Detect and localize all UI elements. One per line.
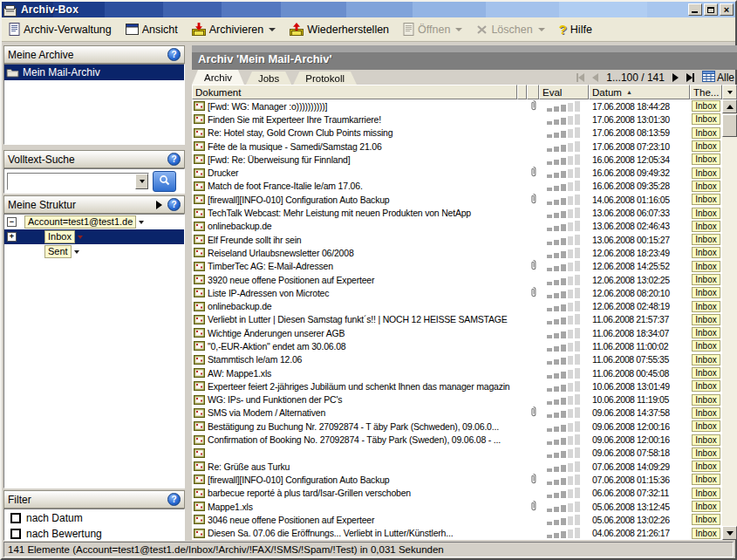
table-row[interactable]: onlinebackup.de13.06.2008 02:46:43Inbox [192,220,722,233]
table-row[interactable]: 09.06.2008 07:58:18Inbox [192,447,722,460]
column-header-datum[interactable]: Datum▲ [589,85,690,99]
tab-archiv[interactable]: Archiv [192,70,244,85]
table-row[interactable]: [Fwd: WG: Manager :o))))))))))]17.06.200… [192,99,722,113]
table-row[interactable]: Liste IP-Adressen von Microtec12.06.2008… [192,286,722,299]
theme-cell: Inbox [690,394,722,406]
toolbar-button-ansicht[interactable]: Ansicht [126,24,178,36]
table-row[interactable]: "0,-EUR-Aktion" endet am 30.06.0811.06.2… [192,339,722,352]
column-header-dokument[interactable]: Dokument [192,85,517,99]
document-subject: Mappe1.xls [208,502,253,512]
column-header-flag[interactable] [517,85,527,99]
table-row[interactable]: WG: IPs- und Funktionen der PC's10.06.20… [192,393,722,406]
title-bar[interactable]: Archiv-Box × [2,2,735,17]
help-icon[interactable]: ? [167,48,181,61]
table-row[interactable]: [firewall][INFO-010] Configuration Auto … [192,473,722,486]
table-row[interactable]: Re: Hotel stay, Gold Crown Club Points m… [192,126,722,140]
fulltext-search-input[interactable] [8,174,135,189]
table-row[interactable]: Reiseland Urlaubsnewsletter 06/200812.06… [192,246,722,259]
table-row[interactable]: Mappe1.xls05.06.2008 13:12:45Inbox [192,500,722,513]
toolbar-button-wiederherstellen[interactable]: Wiederherstellen [290,23,389,36]
minimize-button[interactable] [688,3,702,16]
help-icon[interactable]: ? [167,153,181,166]
column-header-attachment[interactable] [527,85,539,99]
table-row[interactable]: TechTalk Webcast: Mehr Leistung mit neue… [192,206,722,219]
table-row[interactable]: 3046 neue offene Positionen auf Expertee… [192,513,722,526]
table-row[interactable]: Diesen Sa. 07.06 die Eröffnungs... Verli… [192,527,722,540]
column-chooser-button[interactable] [722,85,737,99]
table-row[interactable]: Finden Sie mit Experteer Ihre Traumkarri… [192,113,722,126]
collapse-icon[interactable]: − [7,217,17,227]
document-cell: Drucker [192,167,517,178]
tree-item-inbox[interactable]: +Inbox [4,229,184,244]
last-page-button[interactable] [686,73,694,82]
maximize-button[interactable] [704,3,718,16]
table-row[interactable]: Wichtige Änderungen unserer AGB11.06.200… [192,326,722,339]
vertical-scrollbar[interactable] [722,99,737,540]
help-icon[interactable]: ? [167,493,181,506]
scroll-down-button[interactable] [722,526,737,540]
table-row[interactable]: 3920 neue offene Positionen auf Expertee… [192,273,722,286]
toolbar-button-archivieren[interactable]: Archivieren [192,23,276,36]
tree-item-label[interactable]: Inbox [44,230,75,243]
scrollbar-thumb[interactable] [722,114,737,137]
chevron-down-icon[interactable] [139,221,144,224]
eval-cell [539,354,589,365]
tree-item-label[interactable]: Account=test1@test1.de [24,215,136,229]
toolbar-button-archiv-verwaltung[interactable]: Archiv-Verwaltung [9,23,112,36]
date-cell: 13.06.2008 06:07:33 [589,208,690,218]
prev-page-button[interactable] [592,73,598,82]
document-cell: "0,-EUR-Aktion" endet am 30.06.08 [192,341,517,352]
search-button[interactable] [153,171,176,192]
toolbar-button-hilfe[interactable]: ?Hilfe [559,23,592,36]
help-icon[interactable]: ? [167,198,181,211]
theme-badge: Inbox [692,354,720,365]
expand-arrow-icon[interactable] [156,201,162,209]
checkbox-unchecked-icon[interactable] [10,513,21,523]
table-row[interactable]: Bestätigung zu Buchung Nr. 27092874 - T … [192,420,722,433]
table-row[interactable]: Verliebt in Lutter | Diesen Samstag funk… [192,313,722,326]
tree-item-account-test1-test1-de[interactable]: −Account=test1@test1.de [4,215,184,229]
date-cell: 12.06.2008 14:25:52 [589,261,690,271]
archive-item-mein-mail-archiv[interactable]: Mein Mail-Archiv [4,65,184,80]
table-row[interactable]: Match de foot France-Italie le/am 17.06.… [192,180,722,193]
tree-item-label[interactable]: Sent [44,245,72,258]
document-cell: Bestätigung zu Buchung Nr. 27092874 - T … [192,421,517,432]
next-page-button[interactable] [672,73,679,82]
table-row[interactable]: Confirmation of Booking No. 27092874 - T… [192,433,722,446]
table-row[interactable]: barbecue reporté à plus tard/Isar-Grille… [192,487,722,500]
table-row[interactable]: [firewall][INFO-010] Configuration Auto … [192,193,722,206]
table-row[interactable]: AW: Mappe1.xls11.06.2008 00:45:08Inbox [192,366,722,379]
table-row[interactable]: Drucker16.06.2008 09:49:32Inbox [192,166,722,179]
table-row[interactable]: Stammtisch le/am 12.0611.06.2008 07:55:3… [192,353,722,366]
table-row[interactable]: [Fwd: Re: Überweisung für Finnland]16.06… [192,153,722,166]
table-row[interactable]: SMS via Modem / Alternativen09.06.2008 1… [192,406,722,420]
table-row[interactable]: Re: Grüße aus Turku07.06.2008 14:09:29In… [192,460,722,473]
tab-protokoll[interactable]: Protokoll [293,72,357,85]
table-row[interactable]: Experteer feiert 2-jähriges Jubiläum und… [192,379,722,393]
close-button[interactable]: × [720,3,734,16]
expand-icon[interactable]: + [7,232,17,242]
column-header-thema[interactable]: The... [690,85,722,99]
chevron-down-icon[interactable] [74,250,79,254]
table-row[interactable]: Fête de la musique - Samedi/Samstag 21.0… [192,140,722,153]
checkbox-unchecked-icon[interactable] [10,529,21,539]
tree-item-sent[interactable]: Sent [4,244,184,259]
theme-cell: Inbox [690,474,722,485]
combo-dropdown-button[interactable] [135,174,148,189]
chevron-down-icon [727,91,733,94]
filter-option-nach-bewertung[interactable]: nach Bewertung [4,527,184,541]
mail-icon [194,355,205,365]
first-page-button[interactable] [577,73,584,82]
search-combobox[interactable] [7,173,149,190]
tab-jobs[interactable]: Jobs [246,72,291,85]
filter-option-nach-datum[interactable]: nach Datum [4,511,184,525]
theme-badge: Inbox [692,287,720,298]
chevron-down-icon[interactable] [78,236,83,239]
table-row[interactable]: TimberTec AG: E-Mail-Adressen12.06.2008 … [192,260,722,273]
show-all-button[interactable]: Alle [702,71,734,85]
table-row[interactable]: onlinebackup.de12.06.2008 02:48:19Inbox [192,299,722,312]
column-header-eval[interactable]: Eval [539,85,589,99]
scroll-up-button[interactable] [722,99,737,113]
table-row[interactable]: Elf Freunde sollt ihr sein13.06.2008 00:… [192,233,722,246]
eval-bars [547,314,589,324]
